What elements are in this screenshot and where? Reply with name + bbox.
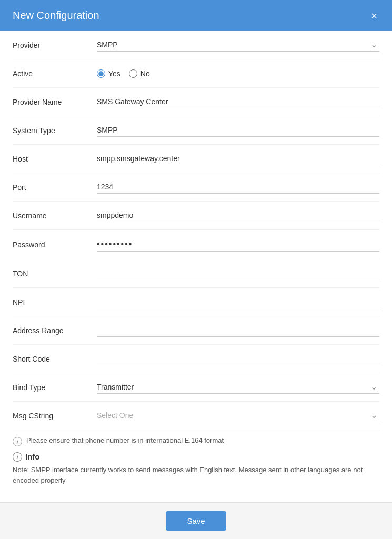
active-no-radio[interactable] [129,69,137,78]
address-range-input[interactable] [97,324,379,337]
provider-name-label: Provider Name [13,98,97,106]
provider-control: SMPP Twilio Nexmo [97,38,379,52]
username-label: Username [13,212,97,220]
system-type-control [97,124,379,137]
short-code-input[interactable] [97,352,379,365]
short-code-row: Short Code [13,345,379,373]
username-row: Username [13,202,379,230]
msg-cstring-select-wrapper[interactable]: Select One Yes No [97,409,379,422]
ton-row: TON [13,259,379,288]
bind-type-row: Bind Type Transmitter Receiver Transceiv… [13,373,379,402]
msg-cstring-select[interactable]: Select One Yes No [97,409,379,422]
short-code-control [97,352,379,365]
port-row: Port [13,173,379,202]
password-label: Password [13,241,97,249]
active-yes-text: Yes [108,69,120,78]
username-input[interactable] [97,209,379,222]
ton-label: TON [13,270,97,278]
phone-format-note-line: i Please ensure that phone number is in … [13,436,379,446]
info-section: i Please ensure that phone number is in … [13,430,379,490]
info-note-text: Note: SMPP interface currently works to … [13,465,379,485]
npi-input[interactable] [97,295,379,308]
modal-footer: Save [0,502,392,539]
active-radio-group: Yes No [97,69,379,78]
info-heading-text: Info [25,452,40,461]
save-button[interactable]: Save [166,511,226,531]
active-control: Yes No [97,69,379,78]
system-type-input[interactable] [97,124,379,137]
bind-type-select-wrapper[interactable]: Transmitter Receiver Transceiver [97,381,379,394]
active-yes-radio[interactable] [97,69,105,78]
provider-name-control [97,95,379,108]
provider-select[interactable]: SMPP Twilio Nexmo [97,38,379,52]
info-icon-heading: i [13,452,22,462]
port-input[interactable] [97,181,379,194]
npi-label: NPI [13,298,97,306]
password-control [97,237,379,252]
npi-control [97,295,379,308]
active-no-text: No [140,69,150,78]
close-button[interactable]: × [369,11,379,21]
password-row: Password [13,230,379,259]
host-label: Host [13,155,97,163]
port-control [97,181,379,194]
address-range-control [97,324,379,337]
provider-label: Provider [13,41,97,49]
ton-control [97,267,379,280]
system-type-row: System Type [13,116,379,145]
modal-body: Provider SMPP Twilio Nexmo Active [0,31,392,502]
short-code-label: Short Code [13,355,97,363]
active-yes-label[interactable]: Yes [97,69,120,78]
username-control [97,209,379,222]
system-type-label: System Type [13,126,97,135]
phone-format-note: Please ensure that phone number is in in… [26,436,224,444]
address-range-label: Address Range [13,326,97,335]
active-label: Active [13,69,97,78]
provider-name-input[interactable] [97,95,379,108]
msg-cstring-row: Msg CString Select One Yes No [13,402,379,430]
provider-row: Provider SMPP Twilio Nexmo [13,31,379,59]
npi-row: NPI [13,288,379,316]
active-no-label[interactable]: No [129,69,150,78]
port-label: Port [13,183,97,192]
info-heading-row: i Info [13,452,379,462]
msg-cstring-label: Msg CString [13,412,97,420]
bind-type-label: Bind Type [13,383,97,392]
password-input[interactable] [97,237,379,252]
host-row: Host [13,145,379,173]
host-control [97,152,379,165]
msg-cstring-control: Select One Yes No [97,409,379,422]
bind-type-select[interactable]: Transmitter Receiver Transceiver [97,381,379,394]
host-input[interactable] [97,152,379,165]
provider-name-row: Provider Name [13,88,379,116]
address-range-row: Address Range [13,316,379,345]
modal-header: New Configuration × [0,0,392,31]
provider-select-wrapper[interactable]: SMPP Twilio Nexmo [97,38,379,52]
ton-input[interactable] [97,267,379,280]
active-row: Active Yes No [13,59,379,88]
bind-type-control: Transmitter Receiver Transceiver [97,381,379,394]
info-icon-phone: i [13,437,22,446]
modal-title: New Configuration [13,9,99,22]
